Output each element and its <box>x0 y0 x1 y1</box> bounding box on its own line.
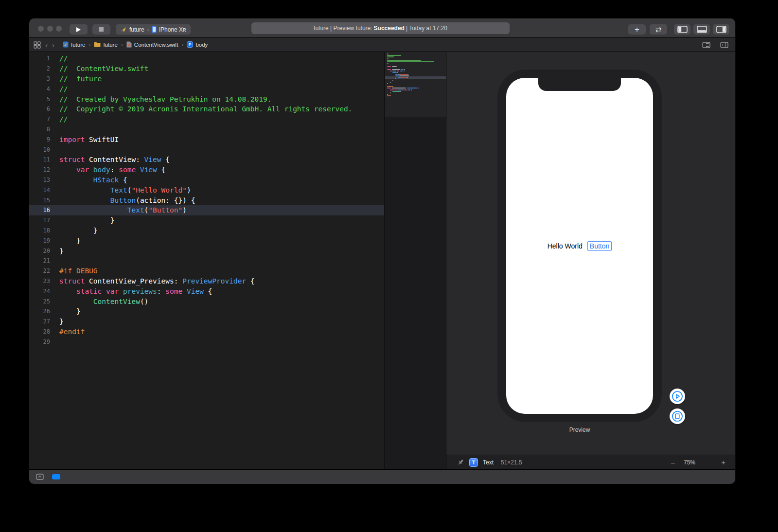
code-line[interactable]: 23struct ContentView_Previews: PreviewPr… <box>29 276 384 286</box>
code-line[interactable]: 13 HStack { <box>29 175 384 185</box>
code-line[interactable]: 9import SwiftUI <box>29 134 384 144</box>
scheme-selector[interactable]: future › iPhone Xʀ <box>116 24 191 35</box>
line-number[interactable]: 4 <box>29 86 50 92</box>
line-number[interactable]: 25 <box>29 298 50 305</box>
line-number[interactable]: 22 <box>29 267 50 274</box>
breadcrumb-item[interactable]: future <box>63 41 85 49</box>
preview-button-selected[interactable]: Button <box>587 241 612 251</box>
line-number[interactable]: 6 <box>29 106 50 112</box>
code-line[interactable]: 10 <box>29 144 384 155</box>
filter-icon[interactable] <box>52 474 60 479</box>
breadcrumb-item[interactable]: future <box>94 42 117 48</box>
minimize-window-button[interactable] <box>47 26 53 32</box>
editor-mode-button[interactable]: ⇄ <box>650 24 667 35</box>
line-number[interactable]: 5 <box>29 96 50 103</box>
minimap[interactable] <box>384 52 446 469</box>
code-line[interactable]: 19 } <box>29 235 384 246</box>
code-line[interactable]: 28#endif <box>29 327 384 337</box>
editor-options-icon[interactable] <box>702 42 710 48</box>
line-number[interactable]: 1 <box>29 55 50 62</box>
code-line[interactable]: 12 var body: some View { <box>29 165 384 175</box>
line-number[interactable]: 23 <box>29 278 50 284</box>
go-back-button[interactable]: ‹ <box>45 41 48 49</box>
selected-element-size: 51×21,5 <box>501 459 522 466</box>
code-text: // <box>59 85 68 93</box>
code-line[interactable]: 4// <box>29 84 384 94</box>
code-line[interactable]: 21 <box>29 256 384 266</box>
code-line[interactable]: 5// Created by Vyacheslav Petrukhin on 1… <box>29 94 384 104</box>
code-editor[interactable]: 1//2// ContentView.swift3// future4//5//… <box>29 52 384 469</box>
toggle-debug-area-button[interactable] <box>693 24 710 35</box>
line-number[interactable]: 12 <box>29 166 50 173</box>
pin-icon[interactable] <box>457 459 464 466</box>
preview-canvas[interactable]: Hello World Button Preview <box>446 52 735 455</box>
code-text: } <box>59 227 98 234</box>
line-number[interactable]: 8 <box>29 126 50 133</box>
preview-hello-text[interactable]: Hello World <box>548 242 583 250</box>
line-number[interactable]: 17 <box>29 217 50 224</box>
code-line[interactable]: 22#if DEBUG <box>29 266 384 276</box>
line-number[interactable]: 18 <box>29 227 50 234</box>
line-number[interactable]: 20 <box>29 248 50 254</box>
preview-on-device-button[interactable] <box>670 408 685 424</box>
line-number[interactable]: 21 <box>29 257 50 264</box>
go-forward-button[interactable]: › <box>52 41 54 49</box>
code-text: // ContentView.swift <box>59 65 148 72</box>
line-number[interactable]: 15 <box>29 197 50 204</box>
iphone-screen[interactable]: Hello World Button <box>506 78 653 414</box>
code-line[interactable]: 27} <box>29 317 384 327</box>
code-line[interactable]: 15 Button(action: {}) { <box>29 195 384 205</box>
editor-bottom-bar <box>29 469 735 484</box>
line-number[interactable]: 14 <box>29 187 50 194</box>
toggle-inspector-button[interactable] <box>713 24 729 35</box>
zoom-in-button[interactable]: + <box>721 458 725 466</box>
line-number[interactable]: 16 <box>29 207 50 213</box>
code-line[interactable]: 6// Copyright © 2019 Acronis Internation… <box>29 104 384 114</box>
line-number[interactable]: 13 <box>29 177 50 183</box>
line-number[interactable]: 3 <box>29 75 50 82</box>
line-number[interactable]: 2 <box>29 65 50 72</box>
line-number[interactable]: 24 <box>29 288 50 295</box>
zoom-out-button[interactable]: – <box>671 459 675 466</box>
related-items-icon[interactable] <box>34 41 41 49</box>
code-line[interactable]: 2// ContentView.swift <box>29 64 384 74</box>
run-button[interactable] <box>70 24 88 35</box>
code-line[interactable]: 25 ContentView() <box>29 296 384 306</box>
zoom-window-button[interactable] <box>56 26 62 32</box>
code-line[interactable]: 14 Text("Hello World") <box>29 185 384 195</box>
stop-icon <box>99 27 104 32</box>
line-number[interactable]: 27 <box>29 318 50 325</box>
line-number[interactable]: 28 <box>29 328 50 335</box>
hide-bar-icon[interactable] <box>36 474 44 480</box>
live-preview-button[interactable] <box>670 389 685 404</box>
code-line[interactable]: 3// future <box>29 74 384 84</box>
code-text: // future <box>59 75 102 83</box>
code-line[interactable]: 11struct ContentView: View { <box>29 155 384 165</box>
code-line[interactable]: 16 Text("Button") <box>29 205 384 215</box>
stop-button[interactable] <box>92 24 110 35</box>
line-number[interactable]: 19 <box>29 237 50 244</box>
line-number[interactable]: 10 <box>29 146 50 153</box>
code-line[interactable]: 18 } <box>29 226 384 236</box>
code-line[interactable]: 17 } <box>29 215 384 226</box>
code-line[interactable]: 29 <box>29 337 384 347</box>
activity-status[interactable]: future | Preview future: Succeeded | Tod… <box>251 22 510 34</box>
code-line[interactable]: 7// <box>29 114 384 124</box>
line-number[interactable]: 7 <box>29 116 50 123</box>
breadcrumb-item[interactable]: ContentView.swift <box>126 41 178 49</box>
line-number[interactable]: 26 <box>29 308 50 315</box>
toggle-navigator-button[interactable] <box>674 24 690 35</box>
minimap-line-bar <box>397 89 403 90</box>
add-editor-icon[interactable] <box>720 42 728 48</box>
library-button[interactable]: + <box>628 24 646 35</box>
close-window-button[interactable] <box>38 26 44 32</box>
code-line[interactable]: 26 } <box>29 306 384 317</box>
code-line[interactable]: 8 <box>29 124 384 135</box>
line-number[interactable]: 29 <box>29 338 50 345</box>
breadcrumb-item[interactable]: Pbody <box>187 41 208 49</box>
code-line[interactable]: 1// <box>29 53 384 64</box>
code-line[interactable]: 24 static var previews: some View { <box>29 286 384 296</box>
line-number[interactable]: 11 <box>29 156 50 163</box>
code-line[interactable]: 20} <box>29 246 384 256</box>
line-number[interactable]: 9 <box>29 136 50 143</box>
